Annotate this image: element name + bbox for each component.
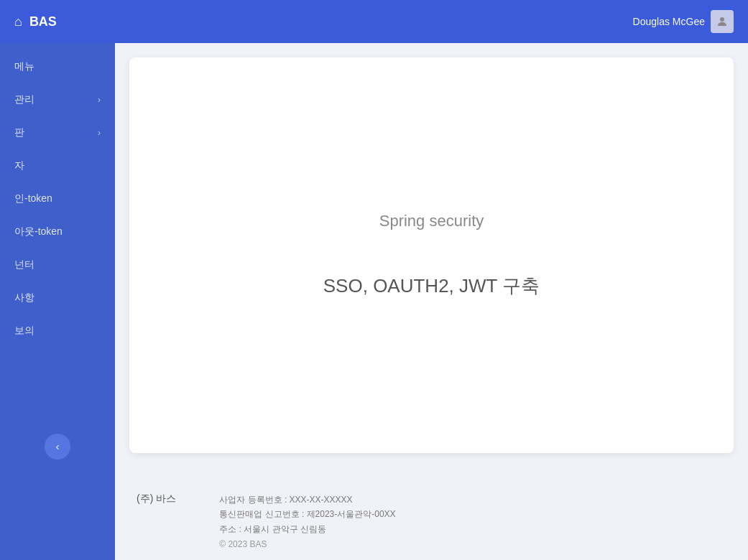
- sidebar-item-opinion[interactable]: 보의: [0, 314, 115, 347]
- content-area: Spring security SSO, OAUTH2, JWT 구축: [115, 43, 748, 482]
- chevron-left-icon: ‹: [56, 441, 60, 452]
- header-left: ⌂ BAS: [14, 14, 57, 29]
- home-icon[interactable]: ⌂: [14, 14, 22, 29]
- sidebar-item-label: 메뉴: [14, 60, 34, 73]
- sidebar-item-center[interactable]: 넌터: [0, 248, 115, 281]
- footer: (주) 바스 사업자 등록번호 : XXX-XX-XXXXX 통신판매업 신고번…: [115, 482, 748, 560]
- sidebar-item-manage[interactable]: 관리 ›: [0, 83, 115, 116]
- header-right: Douglas McGee: [633, 10, 734, 33]
- footer-mail-order: 통신판매업 신고번호 : 제2023-서울관악-00XX: [219, 507, 395, 521]
- card-title: Spring security: [379, 212, 484, 230]
- sidebar-item-label: 인-token: [14, 192, 52, 205]
- sidebar-item-label: 보의: [14, 325, 34, 337]
- sidebar-item-board[interactable]: 판 ›: [0, 116, 115, 149]
- chevron-right-icon: ›: [98, 95, 101, 105]
- footer-company: (주) 바스: [137, 493, 176, 505]
- sidebar-item-menu[interactable]: 메뉴: [0, 50, 115, 83]
- svg-point-0: [720, 17, 724, 22]
- body: 메뉴 관리 › 판 › 자 인-token 아웃-token 넌터 사항 보의 …: [0, 43, 748, 560]
- sidebar-item-signin-token[interactable]: 인-token: [0, 182, 115, 215]
- card-subtitle: SSO, OAUTH2, JWT 구축: [323, 274, 540, 299]
- username-label: Douglas McGee: [633, 16, 705, 27]
- sidebar-item-label: 자: [14, 159, 24, 172]
- sidebar-item-label: 아웃-token: [14, 225, 63, 238]
- sidebar-item-label: 관리: [14, 93, 34, 106]
- main-card: Spring security SSO, OAUTH2, JWT 구축: [129, 57, 734, 453]
- sidebar-collapse-button[interactable]: ‹: [45, 434, 70, 459]
- header: ⌂ BAS Douglas McGee: [0, 0, 748, 43]
- sidebar-item-status[interactable]: 사항: [0, 281, 115, 314]
- footer-business-number: 사업자 등록번호 : XXX-XX-XXXXX: [219, 493, 395, 507]
- footer-info-block: 사업자 등록번호 : XXX-XX-XXXXX 통신판매업 신고번호 : 제20…: [219, 493, 395, 549]
- footer-copyright: © 2023 BAS: [219, 539, 395, 549]
- chevron-right-icon: ›: [98, 128, 101, 138]
- avatar[interactable]: [711, 10, 734, 33]
- app-title: BAS: [29, 14, 57, 29]
- sidebar-item-label: 넌터: [14, 258, 34, 271]
- sidebar: 메뉴 관리 › 판 › 자 인-token 아웃-token 넌터 사항 보의 …: [0, 43, 115, 560]
- sidebar-item-label: 사항: [14, 291, 34, 304]
- sidebar-item-user[interactable]: 자: [0, 149, 115, 182]
- sidebar-item-label: 판: [14, 126, 24, 139]
- footer-address: 주소 : 서울시 관악구 신림동: [219, 522, 395, 536]
- main-content: Spring security SSO, OAUTH2, JWT 구축 (주) …: [115, 43, 748, 560]
- sidebar-item-signout-token[interactable]: 아웃-token: [0, 215, 115, 248]
